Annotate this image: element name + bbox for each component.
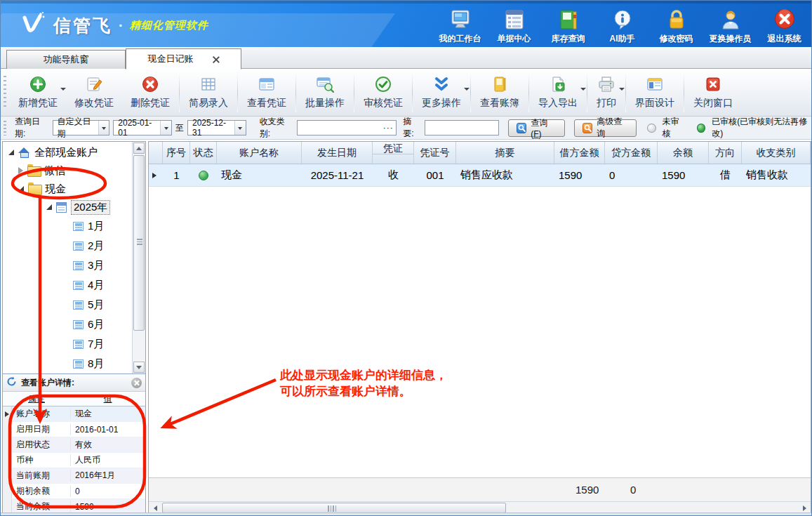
detail-row[interactable]: 启用状态 有效 bbox=[3, 437, 145, 453]
audited-radio[interactable] bbox=[697, 124, 705, 133]
header-action-document-center[interactable]: 单据中心 bbox=[487, 8, 541, 45]
tree-node-month[interactable]: 3月 bbox=[3, 256, 132, 275]
toolbar-close-window-button[interactable]: 关闭窗口 bbox=[685, 71, 741, 114]
tab-function-nav[interactable]: 功能导航窗 bbox=[6, 50, 126, 69]
col-account[interactable]: 账户名称 bbox=[217, 142, 302, 164]
calendar-icon bbox=[56, 202, 67, 213]
header-action-exit-system[interactable]: 退出系统 bbox=[757, 8, 811, 45]
close-icon[interactable] bbox=[131, 378, 142, 388]
query-button[interactable]: 查询(F) bbox=[508, 119, 565, 137]
detail-row[interactable]: 期初余额 0 bbox=[3, 484, 145, 499]
tab-close-icon[interactable] bbox=[212, 55, 220, 63]
toolbar-add-voucher-button[interactable]: 新增凭证 bbox=[10, 71, 66, 114]
grid-horizontal-scrollbar[interactable] bbox=[149, 501, 811, 513]
header-action-change-password[interactable]: 修改密码 bbox=[649, 8, 703, 45]
toolbar-ui-design-button[interactable]: 界面设计 bbox=[627, 71, 683, 114]
tree-node-month[interactable]: 5月 bbox=[3, 295, 132, 315]
tree-node-month[interactable]: 6月 bbox=[3, 315, 132, 334]
detail-row[interactable]: 币种 人民币 bbox=[3, 453, 145, 468]
header-action-inventory-query[interactable]: 库存查询 bbox=[541, 8, 595, 45]
refresh-icon[interactable] bbox=[6, 376, 17, 389]
scrollbar-thumb[interactable] bbox=[162, 503, 506, 513]
toolbar-grip-handle[interactable] bbox=[4, 76, 6, 110]
date-mode-select[interactable]: 自定义日期 bbox=[53, 120, 110, 135]
tree-node-month[interactable]: 7月 bbox=[3, 334, 132, 354]
main-toolbar: 新增凭证 修改凭证 删除凭证 简易录入 查看凭 bbox=[1, 69, 812, 117]
toolbar-view-voucher-button[interactable]: 查看凭证 bbox=[239, 71, 295, 114]
lock-icon bbox=[667, 8, 686, 30]
expand-toggle-icon[interactable] bbox=[8, 150, 14, 155]
scrollbar-thumb[interactable] bbox=[133, 155, 145, 331]
tree-node-year-2025[interactable]: 2025年 bbox=[3, 198, 132, 216]
toolbar-separator bbox=[237, 73, 238, 112]
unaudited-radio[interactable] bbox=[647, 124, 655, 133]
toolbar-edit-voucher-button[interactable]: 修改凭证 bbox=[66, 71, 122, 114]
toolbar-separator bbox=[470, 73, 471, 112]
advanced-query-button[interactable]: 高级查询 bbox=[574, 119, 637, 137]
ai-assistant-icon bbox=[612, 8, 633, 30]
date-to-select[interactable]: 2025-12-31 bbox=[187, 120, 246, 135]
filterbar-grip-handle[interactable] bbox=[4, 121, 6, 135]
toolbar-more-operations-button[interactable]: 更多操作 bbox=[413, 71, 470, 114]
category-input[interactable]: ··· bbox=[297, 120, 397, 135]
tree-node-all-accounts[interactable]: 全部现金账户 bbox=[3, 143, 132, 161]
toolbar-separator bbox=[354, 73, 354, 112]
col-status[interactable]: 状态 bbox=[190, 142, 217, 164]
audit-check-icon bbox=[375, 75, 392, 93]
row-selector-gutter bbox=[3, 406, 12, 421]
category-picker-button[interactable]: ··· bbox=[381, 121, 395, 134]
detail-row[interactable]: 启用日期 2016-01-01 bbox=[3, 422, 145, 437]
detail-row[interactable]: 当前账期 2016年1月 bbox=[3, 468, 145, 484]
col-balance[interactable]: 余额 bbox=[658, 142, 709, 164]
edit-icon bbox=[86, 75, 102, 93]
tree-node-cash[interactable]: 现金 bbox=[3, 180, 132, 198]
tree-node-month[interactable]: 4月 bbox=[3, 275, 132, 295]
tree-node-wechat[interactable]: 微信 bbox=[3, 161, 132, 180]
scroll-up-button[interactable] bbox=[133, 143, 145, 154]
col-direction[interactable]: 方向 bbox=[709, 142, 742, 164]
date-filter-label: 查询日期: bbox=[15, 116, 49, 140]
col-voucher-type[interactable]: 凭证 bbox=[373, 142, 414, 164]
detail-table-header: 属性 值 bbox=[3, 392, 145, 406]
tree-node-month[interactable]: 8月 bbox=[3, 354, 132, 373]
scroll-left-button[interactable] bbox=[149, 503, 160, 513]
audited-status-icon bbox=[199, 171, 208, 180]
col-credit[interactable]: 贷方金额 bbox=[605, 142, 658, 164]
header-action-label: 更换操作员 bbox=[710, 33, 752, 45]
detail-row[interactable]: 账户名称 现金 bbox=[3, 406, 145, 422]
dropdown-caret-icon bbox=[60, 88, 66, 93]
tree-node-month[interactable]: 1月 bbox=[3, 216, 132, 236]
col-summary[interactable]: 摘要 bbox=[456, 142, 554, 164]
scroll-down-button[interactable] bbox=[133, 362, 145, 373]
grid-gutter-header bbox=[149, 142, 163, 164]
toolbar-print-button[interactable]: 打印 bbox=[588, 71, 625, 114]
document-center-icon bbox=[505, 8, 524, 30]
col-seq[interactable]: 序号 bbox=[163, 142, 190, 164]
tab-cash-journal[interactable]: 现金日记账 bbox=[126, 48, 241, 70]
collapse-toggle-icon[interactable] bbox=[18, 167, 23, 174]
date-from-select[interactable]: 2025-01-01 bbox=[113, 120, 172, 135]
tree-node-month[interactable]: 2月 bbox=[3, 236, 132, 256]
expand-toggle-icon[interactable] bbox=[18, 186, 24, 192]
chevron-down-icon bbox=[98, 121, 109, 135]
toolbar-simple-entry-button[interactable]: 简易录入 bbox=[180, 71, 237, 114]
toolbar-view-ledger-button[interactable]: 查看账簿 bbox=[472, 71, 528, 114]
col-category[interactable]: 收支类别 bbox=[742, 142, 811, 164]
tree-vertical-scrollbar[interactable] bbox=[132, 142, 145, 373]
toolbar-audit-voucher-button[interactable]: 审核凭证 bbox=[355, 71, 411, 114]
journal-row[interactable]: 1 现金 2025-11-21 收 001 销售应收款 1590 0 1590 … bbox=[149, 164, 811, 187]
header-action-switch-operator[interactable]: 更换操作员 bbox=[703, 8, 757, 45]
expand-toggle-icon[interactable] bbox=[46, 204, 52, 210]
header-action-workbench[interactable]: 我的工作台 bbox=[433, 8, 487, 45]
header-action-label: 退出系统 bbox=[768, 33, 801, 45]
summary-input[interactable] bbox=[425, 120, 499, 135]
scroll-right-button[interactable] bbox=[799, 503, 810, 513]
toolbar-delete-voucher-button[interactable]: 删除凭证 bbox=[122, 71, 178, 114]
header-action-ai-assistant[interactable]: AI助手 bbox=[595, 8, 649, 45]
header-action-label: AI助手 bbox=[610, 33, 635, 45]
col-date[interactable]: 发生日期 bbox=[302, 142, 373, 164]
toolbar-batch-operation-button[interactable]: 批量操作 bbox=[297, 71, 353, 114]
col-debit[interactable]: 借方金额 bbox=[554, 142, 605, 164]
col-voucher-no[interactable]: 凭证号 bbox=[414, 142, 456, 164]
toolbar-import-export-button[interactable]: 导入导出 bbox=[530, 71, 586, 114]
